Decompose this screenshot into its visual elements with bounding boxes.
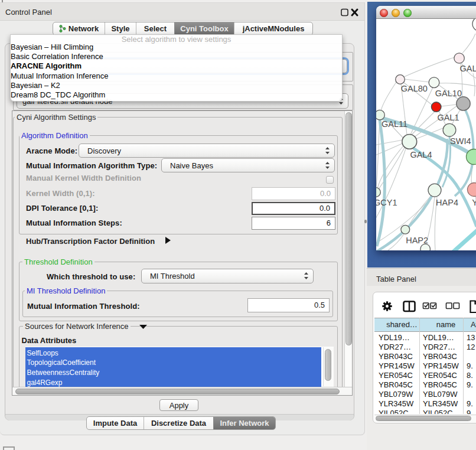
svg-text:GAL10: GAL10 [435,89,462,98]
svg-text:YEL0: YEL0 [472,197,476,207]
svg-text:HAP2: HAP2 [406,236,428,245]
svg-text:GAL80: GAL80 [401,84,428,93]
svg-text:GAL11: GAL11 [382,119,407,129]
svg-text:GAL4: GAL4 [410,150,432,159]
svg-text:GAL2: GAL2 [460,64,476,73]
svg-text:HAP4: HAP4 [436,197,458,207]
svg-text:GAL1: GAL1 [437,112,459,122]
svg-text:SWI4: SWI4 [450,136,471,146]
svg-text:GCY1: GCY1 [376,197,397,207]
